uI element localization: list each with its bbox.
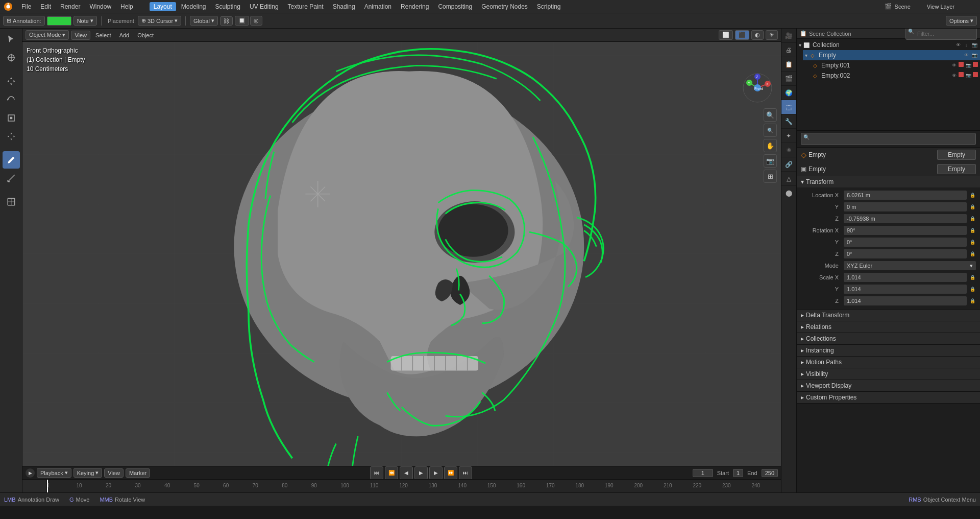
options-btn[interactable]: Options ▾ — [946, 16, 977, 26]
vp-add-menu[interactable]: Add — [116, 31, 133, 39]
relations-header[interactable]: ▸ Relations — [797, 321, 980, 333]
prop-tab-data[interactable]: △ — [781, 172, 796, 186]
frame-bar[interactable]: 1102030405060708090100110120130140150160… — [22, 479, 781, 492]
prop-tab-particles[interactable]: ✦ — [781, 129, 796, 143]
pan-btn[interactable]: ✋ — [764, 139, 777, 152]
tab-scripting[interactable]: Scripting — [533, 2, 565, 11]
next-keyframe-btn[interactable]: ▶ — [429, 466, 443, 480]
outliner-row-empty001[interactable]: ◇ Empty.001 👁 📷 — [809, 60, 980, 70]
prop-tab-output[interactable]: 🖨 — [781, 43, 796, 57]
location-x-value[interactable]: 6.0261 m — [844, 191, 967, 200]
tool-move[interactable] — [3, 73, 20, 90]
viewport-shade-material[interactable]: ◐ — [751, 30, 764, 40]
jump-start-btn[interactable]: ⏮ — [370, 466, 383, 480]
motion-paths-header[interactable]: ▸ Motion Paths — [797, 357, 980, 368]
rotation-y-value[interactable]: 0° — [844, 238, 967, 247]
3d-viewport[interactable]: Front Orthographic (1) Collection | Empt… — [22, 42, 781, 466]
tab-animation[interactable]: Animation — [360, 2, 396, 11]
tool-rotate[interactable] — [3, 91, 20, 108]
tab-texture-paint[interactable]: Texture Paint — [284, 2, 328, 11]
collection-render-btn[interactable]: 📷 — [971, 41, 978, 49]
tool-cursor[interactable] — [3, 49, 20, 66]
outliner-row-collection[interactable]: ▾ ⬜ Collection 👁 ↓ 📷 — [797, 40, 980, 50]
collection-visibility-btn[interactable]: 👁 — [954, 41, 962, 49]
tool-add-cube[interactable] — [3, 193, 20, 210]
menu-render[interactable]: Render — [56, 2, 84, 11]
scale-z-value[interactable]: 1.014 — [844, 296, 967, 305]
tab-layout[interactable]: Layout — [150, 2, 176, 11]
rotation-x-value[interactable]: 90° — [844, 226, 967, 235]
prop-search-input[interactable] — [801, 133, 976, 145]
tab-sculpting[interactable]: Sculpting — [211, 2, 244, 11]
annotation-color-swatch[interactable] — [47, 16, 71, 26]
zoom-out-btn[interactable]: 🔍 — [764, 124, 777, 137]
vp-object-menu[interactable]: Object — [134, 31, 157, 39]
vp-select-menu[interactable]: Select — [92, 31, 114, 39]
scale-x-lock[interactable]: 🔒 — [969, 274, 976, 281]
tool-measure[interactable] — [3, 170, 20, 187]
location-z-value[interactable]: -0.75938 m — [844, 214, 967, 223]
empty001-render-btn[interactable]: 📷 — [965, 62, 972, 69]
instancing-header[interactable]: ▸ Instancing — [797, 345, 980, 356]
prop-tab-material[interactable]: ⬤ — [781, 186, 796, 200]
marker-menu[interactable]: Marker — [126, 468, 150, 478]
view-menu-btn[interactable]: View — [71, 31, 90, 40]
empty-render-btn[interactable]: 📷 — [971, 52, 978, 59]
cursor-btn[interactable]: ⊕ 3D Cursor ▾ — [138, 16, 181, 26]
tab-shading[interactable]: Shading — [329, 2, 359, 11]
timeline-type-btn[interactable]: ▶ — [26, 468, 35, 478]
rotation-z-value[interactable]: 0° — [844, 249, 967, 258]
jump-end-btn[interactable]: ⏭ — [459, 466, 472, 480]
scale-x-value[interactable]: 1.014 — [844, 273, 967, 282]
prop-tab-modifiers[interactable]: 🔧 — [781, 114, 796, 129]
menu-edit[interactable]: Edit — [36, 2, 55, 11]
menu-window[interactable]: Window — [85, 2, 115, 11]
loc-y-lock[interactable]: 🔒 — [969, 203, 976, 210]
prev-frame-btn[interactable]: ⏪ — [385, 466, 398, 480]
global-btn[interactable]: Global ▾ — [190, 16, 218, 26]
scale-y-lock[interactable]: 🔒 — [969, 286, 976, 293]
collection-restrict-btn[interactable]: ↓ — [963, 41, 970, 49]
tab-uv-editing[interactable]: UV Editing — [246, 2, 283, 11]
menu-file[interactable]: File — [17, 2, 35, 11]
empty002-visibility-btn[interactable]: 👁 — [950, 72, 958, 79]
empty-visibility-btn[interactable]: 👁 — [963, 52, 970, 59]
tool-select[interactable] — [3, 31, 20, 48]
delta-transform-header[interactable]: ▸ Delta Transform — [797, 310, 980, 321]
scene-name[interactable]: Scene — [895, 4, 911, 10]
frame-track[interactable]: 1102030405060708090100110120130140150160… — [47, 480, 781, 492]
menu-help[interactable]: Help — [116, 2, 137, 11]
visibility-header[interactable]: ▸ Visibility — [797, 368, 980, 380]
prev-keyframe-btn[interactable]: ◀ — [400, 466, 413, 480]
play-btn[interactable]: ▶ — [414, 466, 428, 480]
tab-geometry-nodes[interactable]: Geometry Nodes — [477, 2, 532, 11]
tool-scale[interactable] — [3, 109, 20, 127]
camera-btn[interactable]: 📷 — [764, 154, 777, 168]
next-frame-btn[interactable]: ⏩ — [444, 466, 457, 480]
viewport-display-header[interactable]: ▸ Viewport Display — [797, 380, 980, 391]
tab-rendering[interactable]: Rendering — [397, 2, 433, 11]
playback-menu[interactable]: Playback ▾ — [37, 468, 71, 478]
collections-header[interactable]: ▸ Collections — [797, 333, 980, 344]
custom-properties-header[interactable]: ▸ Custom Properties — [797, 392, 980, 403]
prop-tab-world[interactable]: 🌍 — [781, 86, 796, 100]
navigation-gizmo[interactable]: X Y Z Front — [742, 73, 773, 103]
prop-tab-render[interactable]: 🎥 — [781, 29, 796, 43]
keying-menu[interactable]: Keying ▾ — [74, 468, 103, 478]
tool-transform[interactable] — [3, 128, 20, 145]
object-mode-btn[interactable]: Object Mode ▾ — [26, 30, 69, 40]
data-name-input[interactable]: Empty — [937, 164, 976, 174]
prop-tab-scene[interactable]: 🎬 — [781, 72, 796, 86]
snap-btn[interactable]: 🔲 — [235, 16, 249, 26]
mode-selector[interactable]: ⊞ Annotation: — [3, 16, 45, 26]
view-menu[interactable]: View — [104, 468, 124, 478]
prop-tab-physics[interactable]: ⚛ — [781, 143, 796, 157]
empty001-visibility-btn[interactable]: 👁 — [950, 62, 958, 69]
transform-header[interactable]: ▾ Transform — [797, 176, 980, 187]
viewport-shade-render[interactable]: ☀ — [766, 30, 778, 40]
outliner-row-empty[interactable]: ▾ ◇ Empty 👁 📷 — [803, 50, 980, 60]
rotation-mode-select[interactable]: XYZ Euler ▾ — [844, 261, 976, 270]
current-frame-input[interactable]: 1 — [693, 469, 713, 477]
start-frame-input[interactable]: 1 — [733, 469, 743, 477]
viewport-shade-solid[interactable]: ⬛ — [735, 30, 749, 40]
